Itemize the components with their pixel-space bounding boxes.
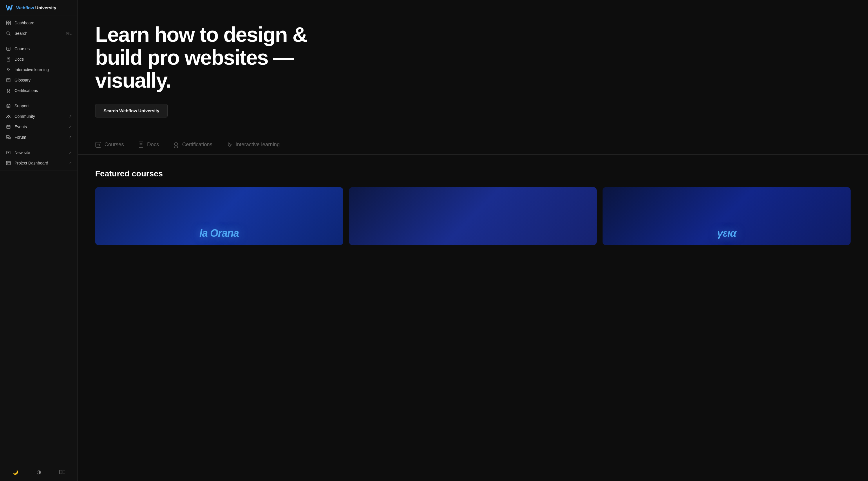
sidebar-item-courses[interactable]: Courses — [0, 43, 78, 54]
interactive-icon — [6, 67, 11, 72]
svg-rect-2 — [6, 23, 8, 25]
certifications-pill-icon — [173, 142, 179, 148]
forum-label: Forum — [14, 135, 65, 140]
course-card-3-text: γεια — [711, 221, 742, 245]
new-site-label: New site — [14, 150, 65, 155]
courses-icon — [6, 46, 11, 51]
docs-pill-icon — [138, 142, 144, 148]
svg-point-19 — [7, 115, 8, 117]
cert-icon — [6, 88, 11, 93]
sidebar-logo[interactable]: Webflow University — [0, 0, 78, 16]
svg-rect-3 — [9, 23, 10, 25]
sidebar-item-support[interactable]: Support — [0, 101, 78, 111]
certifications-label: Certifications — [14, 88, 72, 93]
svg-rect-33 — [59, 470, 62, 474]
layout-button[interactable] — [52, 468, 73, 476]
svg-rect-0 — [6, 21, 8, 23]
community-arrow-icon: ↗ — [69, 114, 72, 118]
featured-title: Featured courses — [95, 169, 850, 178]
svg-line-5 — [9, 34, 10, 35]
svg-rect-34 — [63, 470, 65, 474]
hero-section: Learn how to design & build pro websites… — [78, 0, 868, 135]
courses-label: Courses — [14, 47, 72, 51]
svg-point-12 — [7, 89, 9, 91]
svg-rect-32 — [7, 163, 8, 164]
hero-title: Learn how to design & build pro websites… — [95, 23, 356, 92]
certifications-pill-label: Certifications — [182, 142, 212, 148]
sidebar-item-new-site[interactable]: New site ↗ — [0, 147, 78, 158]
courses-pill[interactable]: Courses — [95, 142, 124, 148]
moon-icon: 🌙 — [12, 470, 18, 475]
svg-rect-1 — [9, 21, 10, 23]
docs-pill[interactable]: Docs — [138, 142, 159, 148]
brand-name: Webflow University — [16, 5, 56, 10]
sidebar: Webflow University Dashboard — [0, 0, 78, 481]
sidebar-section-workspace: New site ↗ Project Dashboard ↗ — [0, 145, 78, 171]
svg-point-14 — [8, 105, 9, 107]
dashboard-label: Dashboard — [14, 21, 72, 25]
nav-pills: Courses Docs Certifications — [78, 135, 868, 155]
new-site-icon — [6, 150, 11, 155]
contrast-icon: ◑ — [36, 469, 41, 475]
forum-arrow-icon: ↗ — [69, 135, 72, 139]
webflow-logo-icon — [6, 5, 14, 10]
sidebar-item-dashboard[interactable]: Dashboard — [0, 18, 78, 28]
events-icon — [6, 124, 11, 129]
search-shortcut: ⌘E — [66, 31, 72, 35]
courses-pill-label: Courses — [104, 142, 124, 148]
new-site-arrow-icon: ↗ — [69, 151, 72, 155]
svg-rect-21 — [7, 125, 10, 128]
interactive-learning-label: Interactive learning — [14, 67, 72, 72]
sidebar-section-learn: Courses Docs Interactive learning — [0, 41, 78, 98]
project-dashboard-icon — [6, 160, 11, 166]
interactive-pill-icon — [226, 142, 232, 148]
project-dashboard-label: Project Dashboard — [14, 161, 65, 166]
interactive-pill-label: Interactive learning — [236, 142, 280, 148]
search-label: Search — [14, 31, 62, 36]
sidebar-item-forum[interactable]: Forum ↗ — [0, 132, 78, 143]
svg-rect-30 — [6, 161, 10, 165]
course-cards: Ia Orana γεια — [95, 187, 850, 245]
forum-icon — [6, 134, 11, 140]
main-content: Learn how to design & build pro websites… — [78, 0, 868, 481]
sidebar-item-events[interactable]: Events ↗ — [0, 122, 78, 132]
events-arrow-icon: ↗ — [69, 125, 72, 129]
events-label: Events — [14, 124, 65, 129]
sidebar-item-search[interactable]: Search ⌘E — [0, 28, 78, 38]
course-card-2-text — [467, 234, 479, 245]
sidebar-section-community: Support Community ↗ — [0, 98, 78, 145]
community-label: Community — [14, 114, 65, 119]
sidebar-footer: 🌙 ◑ — [0, 463, 78, 481]
course-card-3[interactable]: γεια — [602, 187, 850, 245]
docs-pill-label: Docs — [147, 142, 159, 148]
sidebar-item-community[interactable]: Community ↗ — [0, 111, 78, 122]
dark-mode-button[interactable]: 🌙 — [5, 467, 26, 477]
svg-point-20 — [9, 115, 10, 117]
svg-point-4 — [7, 32, 9, 34]
svg-rect-35 — [96, 142, 101, 147]
course-card-1-text: Ia Orana — [193, 221, 245, 245]
sidebar-item-interactive-learning[interactable]: Interactive learning — [0, 64, 78, 75]
interactive-learning-pill[interactable]: Interactive learning — [226, 142, 280, 148]
course-card-2[interactable] — [349, 187, 597, 245]
courses-pill-icon — [95, 142, 101, 148]
search-webflow-button[interactable]: Search Webflow University — [95, 104, 168, 118]
sidebar-item-glossary[interactable]: Glossary — [0, 75, 78, 85]
featured-section: Featured courses Ia Orana γεια — [78, 155, 868, 260]
contrast-button[interactable]: ◑ — [28, 467, 49, 478]
sidebar-item-certifications[interactable]: Certifications — [0, 85, 78, 96]
support-icon — [6, 103, 11, 109]
community-icon — [6, 114, 11, 119]
project-dashboard-arrow-icon: ↗ — [69, 161, 72, 165]
glossary-icon — [6, 78, 11, 83]
certifications-pill[interactable]: Certifications — [173, 142, 212, 148]
docs-icon — [6, 57, 11, 62]
sidebar-item-project-dashboard[interactable]: Project Dashboard ↗ — [0, 158, 78, 168]
course-card-1[interactable]: Ia Orana — [95, 187, 343, 245]
glossary-label: Glossary — [14, 78, 72, 82]
sidebar-item-docs[interactable]: Docs — [0, 54, 78, 64]
docs-label: Docs — [14, 57, 72, 61]
support-label: Support — [14, 103, 72, 108]
layout-icon — [59, 470, 65, 474]
sidebar-section-top: Dashboard Search ⌘E — [0, 16, 78, 41]
